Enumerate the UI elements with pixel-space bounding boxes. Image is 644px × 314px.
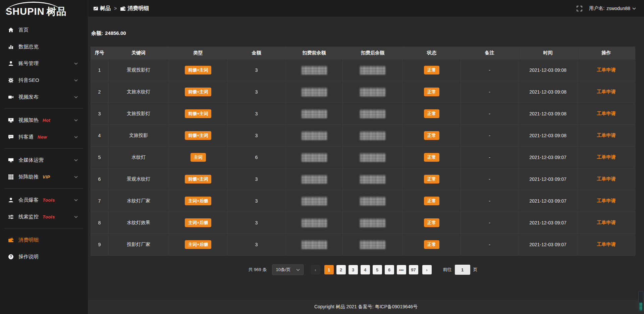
page-size-select[interactable]: 10条/页 bbox=[272, 264, 303, 275]
next-page-button[interactable]: › bbox=[422, 265, 432, 274]
cell-keyword: 水纹灯效果 bbox=[108, 212, 169, 234]
table-row: 1景观投影灯前缀+主词3正常-2021-12-03 09:08工单申请 bbox=[91, 59, 635, 81]
work-order-link[interactable]: 工单申请 bbox=[597, 133, 616, 139]
work-order-link[interactable]: 工单申请 bbox=[597, 111, 616, 117]
redacted-balance-before bbox=[302, 153, 327, 162]
sidebar-item-douketong[interactable]: 抖客通New bbox=[0, 128, 88, 145]
type-badge: 主词+后缀 bbox=[185, 197, 212, 205]
page-button-1[interactable]: 1 bbox=[324, 265, 334, 274]
user-menu[interactable]: 用户名: zswodun88 bbox=[589, 5, 636, 11]
sidebar-item-home[interactable]: 首页 bbox=[0, 21, 88, 38]
cell-status: 正常 bbox=[403, 81, 461, 103]
work-order-link[interactable]: 工单申请 bbox=[597, 198, 616, 204]
corner-scroll-widget[interactable] bbox=[638, 291, 643, 311]
app-logo[interactable]: SHUPIN树品 bbox=[0, 0, 88, 17]
sidebar-item-media-operation[interactable]: 全媒体运营 bbox=[0, 152, 88, 168]
sidebar-item-account-manage[interactable]: 账号管理 bbox=[0, 55, 88, 72]
sidebar-divider bbox=[5, 228, 83, 228]
fullscreen-icon[interactable] bbox=[577, 6, 582, 11]
monitor-icon bbox=[8, 157, 14, 163]
breadcrumb-item-0[interactable]: 树品 bbox=[93, 5, 111, 12]
work-order-link[interactable]: 工单申请 bbox=[597, 220, 616, 226]
work-order-link[interactable]: 工单申请 bbox=[597, 67, 616, 73]
status-badge: 正常 bbox=[424, 66, 439, 74]
sidebar-item-label: 数据总览 bbox=[18, 44, 39, 50]
cell-keyword: 景观水纹灯 bbox=[108, 168, 169, 190]
cell-type: 前缀+主词 bbox=[169, 81, 227, 103]
page-button-5[interactable]: 5 bbox=[373, 265, 382, 274]
sidebar-nav: 首页数据总览账号管理抖音SEO视频发布视频加热Hot抖客通New全媒体运营矩阵助… bbox=[0, 17, 88, 265]
cell-amount: 3 bbox=[227, 190, 286, 212]
page-button-6[interactable]: 6 bbox=[385, 265, 394, 274]
cell-time: 2021-12-03 09:07 bbox=[519, 234, 578, 256]
page-button-2[interactable]: 2 bbox=[336, 265, 346, 274]
balance-value: 24856.00 bbox=[105, 30, 126, 36]
cell-type: 主词+后缀 bbox=[169, 234, 227, 256]
page-button-3[interactable]: 3 bbox=[348, 265, 358, 274]
chevron-down-icon bbox=[74, 62, 78, 65]
sidebar-item-member-burst[interactable]: 会员爆客Tools bbox=[0, 192, 88, 208]
type-badge: 主词+后缀 bbox=[185, 218, 212, 227]
corner-widget-stripes bbox=[639, 302, 642, 310]
question-icon: ? bbox=[8, 254, 14, 260]
cell-amount: 3 bbox=[227, 81, 286, 103]
cell-status: 正常 bbox=[403, 234, 461, 256]
chevron-down-icon bbox=[74, 79, 78, 82]
table-row: 7水纹灯厂家主词+后缀3正常-2021-12-03 09:07工单申请 bbox=[91, 190, 635, 212]
cell-remark: - bbox=[461, 234, 519, 256]
chevron-down-icon bbox=[74, 119, 78, 121]
page-button-97[interactable]: 97 bbox=[409, 265, 418, 274]
sidebar-item-matrix-boost[interactable]: 矩阵助推VIP bbox=[0, 168, 88, 185]
status-badge: 正常 bbox=[424, 197, 439, 205]
breadcrumb-label: 树品 bbox=[100, 5, 111, 12]
cell-balance-before bbox=[286, 212, 343, 234]
work-order-link[interactable]: 工单申请 bbox=[597, 154, 616, 160]
type-badge: 前缀+主词 bbox=[185, 109, 212, 118]
cell-status: 正常 bbox=[403, 125, 461, 147]
sidebar-item-label: 首页 bbox=[18, 27, 29, 33]
cell-action: 工单申请 bbox=[578, 103, 635, 125]
redacted-balance-after bbox=[360, 66, 385, 74]
sidebar-item-clue-monitor[interactable]: 线索监控Tools bbox=[0, 208, 88, 225]
goto-page-input[interactable] bbox=[455, 265, 470, 275]
sidebar-item-consume-detail[interactable]: 消费明细 bbox=[0, 231, 88, 248]
sliders-icon bbox=[8, 214, 14, 220]
cell-remark: - bbox=[461, 103, 519, 125]
sidebar-item-label: 全媒体运营 bbox=[18, 157, 44, 163]
col-header-1: 关键词 bbox=[108, 47, 169, 59]
svg-text:?: ? bbox=[10, 255, 12, 259]
cell-keyword: 景观投影灯 bbox=[108, 59, 169, 81]
cell-remark: - bbox=[461, 190, 519, 212]
cell-balance-after bbox=[343, 234, 403, 256]
cell-remark: - bbox=[461, 59, 519, 81]
status-badge: 正常 bbox=[424, 131, 439, 140]
cell-balance-before bbox=[286, 125, 343, 147]
sidebar-item-douyin-seo[interactable]: 抖音SEO bbox=[0, 72, 88, 89]
breadcrumb-item-1[interactable]: 消费明细 bbox=[120, 5, 149, 12]
user-icon bbox=[8, 197, 14, 203]
wallet-icon bbox=[8, 237, 14, 243]
cell-keyword: 水纹灯厂家 bbox=[108, 190, 169, 212]
cell-index: 8 bbox=[91, 212, 108, 234]
sidebar-item-video-publish[interactable]: 视频发布 bbox=[0, 89, 88, 105]
work-order-link[interactable]: 工单申请 bbox=[597, 176, 616, 182]
table-row: 9投影灯厂家主词+后缀3正常-2021-12-03 09:07工单申请 bbox=[91, 234, 635, 256]
status-badge: 正常 bbox=[424, 240, 439, 249]
sidebar-item-data-overview[interactable]: 数据总览 bbox=[0, 38, 88, 55]
page-ellipsis-button[interactable]: ••• bbox=[397, 265, 406, 274]
cell-index: 3 bbox=[91, 103, 108, 125]
status-badge: 正常 bbox=[424, 153, 439, 162]
cell-time: 2021-12-03 09:08 bbox=[519, 103, 578, 125]
prev-page-button[interactable]: ‹ bbox=[311, 265, 320, 274]
sidebar-item-video-heating[interactable]: 视频加热Hot bbox=[0, 112, 88, 128]
sidebar-item-operation-guide[interactable]: ?操作说明 bbox=[0, 248, 88, 265]
cell-action: 工单申请 bbox=[578, 190, 635, 212]
page-button-4[interactable]: 4 bbox=[361, 265, 370, 274]
cell-remark: - bbox=[461, 81, 519, 103]
work-order-link[interactable]: 工单申请 bbox=[597, 89, 616, 95]
cell-index: 6 bbox=[91, 168, 108, 190]
cell-balance-before bbox=[286, 234, 343, 256]
cell-type: 主词 bbox=[169, 147, 227, 168]
col-header-4: 扣费前余额 bbox=[286, 47, 343, 59]
work-order-link[interactable]: 工单申请 bbox=[597, 242, 616, 248]
